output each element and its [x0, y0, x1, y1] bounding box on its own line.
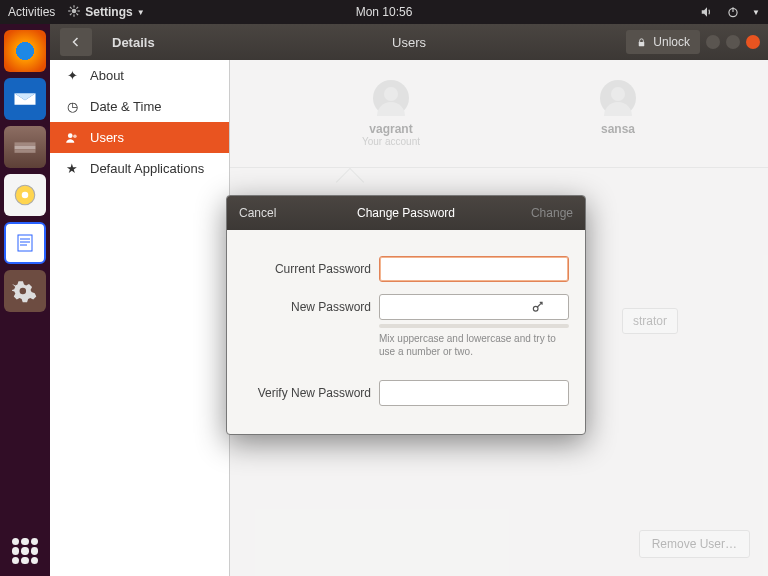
top-bar: Activities Settings ▼ Mon 10:56 ▼: [0, 0, 768, 24]
maximize-button[interactable]: [726, 35, 740, 49]
dialog-title: Change Password: [357, 206, 455, 220]
minimize-button[interactable]: [706, 35, 720, 49]
svg-line-5: [70, 6, 72, 8]
chevron-down-icon: ▼: [137, 8, 145, 17]
sidebar-item-label: Date & Time: [90, 99, 162, 114]
volume-icon[interactable]: [700, 5, 714, 19]
sidebar-item-label: Default Applications: [90, 161, 204, 176]
svg-point-23: [73, 134, 77, 138]
sidebar-item-default-apps[interactable]: ★ Default Applications: [50, 153, 229, 184]
clock[interactable]: Mon 10:56: [356, 5, 413, 19]
password-hint: Mix uppercase and lowercase and try to u…: [379, 332, 569, 358]
current-password-label: Current Password: [243, 262, 371, 276]
plus-icon: ✦: [64, 68, 80, 83]
chevron-down-icon[interactable]: ▼: [752, 8, 760, 17]
new-password-label: New Password: [243, 300, 371, 314]
rhythmbox-icon[interactable]: [4, 174, 46, 216]
settings-icon[interactable]: [4, 270, 46, 312]
svg-rect-21: [639, 42, 645, 46]
svg-line-8: [77, 6, 79, 8]
users-icon: [64, 131, 80, 145]
sidebar-item-label: Users: [90, 130, 124, 145]
gear-icon: [67, 4, 81, 21]
svg-line-6: [77, 13, 79, 15]
sidebar-item-date-time[interactable]: ◷ Date & Time: [50, 91, 229, 122]
thunderbird-icon[interactable]: [4, 78, 46, 120]
sidebar-item-users[interactable]: Users: [50, 122, 229, 153]
svg-point-22: [68, 133, 73, 138]
svg-rect-12: [15, 146, 36, 150]
change-button[interactable]: Change: [531, 206, 573, 220]
star-icon: ★: [64, 161, 80, 176]
svg-point-20: [20, 288, 26, 295]
show-applications-icon[interactable]: [12, 538, 38, 564]
libreoffice-writer-icon[interactable]: [4, 222, 46, 264]
unlock-label: Unlock: [653, 35, 690, 49]
sidebar-item-about[interactable]: ✦ About: [50, 60, 229, 91]
current-password-input[interactable]: [379, 256, 569, 282]
password-strength-bar: [379, 324, 569, 328]
svg-point-0: [72, 8, 77, 13]
app-menu-label: Settings: [85, 5, 132, 19]
power-icon[interactable]: [726, 5, 740, 19]
svg-rect-16: [18, 235, 32, 251]
launcher-dock: [0, 24, 50, 576]
change-password-dialog: Cancel Change Password Change Current Pa…: [226, 195, 586, 435]
svg-line-7: [70, 13, 72, 15]
svg-point-15: [22, 192, 29, 199]
dialog-header: Cancel Change Password Change: [227, 196, 585, 230]
verify-password-input[interactable]: [379, 380, 569, 406]
cancel-button[interactable]: Cancel: [239, 206, 276, 220]
settings-sidebar: ✦ About ◷ Date & Time Users ★ Default Ap…: [50, 60, 230, 576]
lock-icon: [636, 37, 647, 48]
sidebar-item-label: About: [90, 68, 124, 83]
window-header: Details Users Unlock: [50, 24, 768, 60]
new-password-input[interactable]: [379, 294, 569, 320]
verify-password-label: Verify New Password: [243, 386, 371, 400]
unlock-button[interactable]: Unlock: [626, 30, 700, 54]
close-button[interactable]: [746, 35, 760, 49]
app-menu[interactable]: Settings ▼: [67, 4, 144, 21]
firefox-icon[interactable]: [4, 30, 46, 72]
activities-button[interactable]: Activities: [8, 5, 55, 19]
svg-rect-13: [15, 149, 36, 153]
svg-rect-11: [15, 142, 36, 146]
header-details-title: Details: [112, 35, 155, 50]
header-users-title: Users: [392, 35, 426, 50]
clock-icon: ◷: [64, 99, 80, 114]
files-icon[interactable]: [4, 126, 46, 168]
back-button[interactable]: [60, 28, 92, 56]
